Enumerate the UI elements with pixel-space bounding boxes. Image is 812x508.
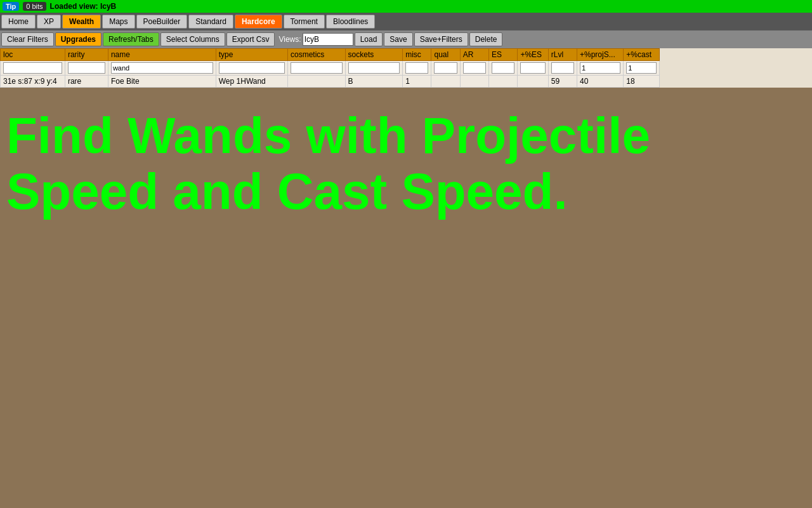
nav-bloodlines[interactable]: Bloodlines [326, 15, 375, 29]
column-headers: loc rarity name type cosmetics sockets m… [1, 49, 660, 61]
filter-sockets-cell [345, 61, 403, 76]
filter-ar-cell [460, 61, 488, 76]
col-ar: AR [460, 49, 488, 61]
cell-type: Wep 1HWand [216, 76, 287, 88]
filter-qual-cell [431, 61, 460, 76]
col-cosmetics: cosmetics [288, 49, 346, 61]
nav-standard[interactable]: Standard [188, 15, 233, 29]
cell-sockets: B [345, 76, 403, 88]
delete-button[interactable]: Delete [469, 32, 503, 46]
save-filters-button[interactable]: Save+Filters [414, 32, 468, 46]
cell-misc: 1 [403, 76, 431, 88]
cell-qual [431, 76, 460, 88]
refresh-tabs-button[interactable]: Refresh/Tabs [103, 32, 159, 46]
filter-type[interactable] [219, 62, 285, 74]
filter-rarity[interactable] [68, 62, 105, 74]
filter-loc[interactable] [3, 62, 62, 74]
filter-ar[interactable] [463, 62, 486, 74]
filter-pct-cast-cell [624, 61, 660, 76]
col-loc: loc [1, 49, 65, 61]
cell-ar [460, 76, 488, 88]
select-columns-button[interactable]: Select Columns [160, 32, 225, 46]
col-sockets: sockets [345, 49, 403, 61]
filter-qual[interactable] [434, 62, 457, 74]
toolbar: Clear Filters Upgrades Refresh/Tabs Sele… [0, 30, 812, 48]
col-pct-es: +%ES [518, 49, 548, 61]
filter-es-cell [489, 61, 518, 76]
overlay-text: Find Wands with Projectile Speed and Cas… [0, 102, 812, 226]
tip-badge: Tip [3, 2, 19, 11]
filter-type-cell [216, 61, 287, 76]
cell-rlvl: 59 [548, 76, 577, 88]
col-rarity: rarity [65, 49, 108, 61]
filter-rarity-cell [65, 61, 108, 76]
filter-loc-cell [1, 61, 65, 76]
filter-sockets[interactable] [348, 62, 400, 74]
cell-rarity: rare [65, 76, 108, 88]
filter-pct-projs-cell [577, 61, 624, 76]
bits-badge: 0 bits [23, 2, 46, 11]
upgrades-button[interactable]: Upgrades [55, 32, 102, 46]
filter-name[interactable] [111, 62, 213, 74]
cell-es [489, 76, 518, 88]
filter-misc-cell [403, 61, 431, 76]
filter-pct-es[interactable] [520, 62, 545, 74]
nav-poebuilder[interactable]: PoeBuilder [136, 15, 188, 29]
clear-filters-button[interactable]: Clear Filters [1, 32, 54, 46]
main-table: loc rarity name type cosmetics sockets m… [0, 48, 660, 88]
status-bar: Tip 0 bits Loaded view: IcyB [0, 0, 812, 13]
nav-bar: Home XP Wealth Maps PoeBuilder Standard … [0, 13, 812, 30]
views-label: Views: [278, 35, 301, 44]
table-row[interactable]: 31e s:87 x:9 y:4 rare Foe Bite Wep 1HWan… [1, 76, 660, 88]
filter-name-cell [108, 61, 216, 76]
views-input[interactable] [303, 33, 353, 46]
cell-cosmetics [288, 76, 346, 88]
table-container: loc rarity name type cosmetics sockets m… [0, 48, 812, 88]
nav-home[interactable]: Home [1, 15, 36, 29]
filter-pct-es-cell [518, 61, 548, 76]
nav-wealth[interactable]: Wealth [62, 15, 101, 29]
filter-misc[interactable] [405, 62, 428, 74]
nav-xp[interactable]: XP [37, 15, 61, 29]
col-misc: misc [403, 49, 431, 61]
cell-pct-projs: 40 [577, 76, 624, 88]
cell-pct-es [518, 76, 548, 88]
cell-name: Foe Bite [108, 76, 216, 88]
nav-maps[interactable]: Maps [102, 15, 134, 29]
loaded-view-text: Loaded view: IcyB [50, 2, 117, 11]
filter-cosmetics[interactable] [291, 62, 343, 74]
filter-cosmetics-cell [288, 61, 346, 76]
col-qual: qual [431, 49, 460, 61]
filter-es[interactable] [492, 62, 514, 74]
col-type: type [216, 49, 287, 61]
load-button[interactable]: Load [355, 32, 383, 46]
filter-rlvl-cell [548, 61, 577, 76]
col-rlvl: rLvl [548, 49, 577, 61]
cell-loc: 31e s:87 x:9 y:4 [1, 76, 65, 88]
nav-hardcore[interactable]: Hardcore [235, 15, 282, 29]
export-csv-button[interactable]: Export Csv [226, 32, 275, 46]
col-pct-projs: +%projS... [577, 49, 624, 61]
nav-torment[interactable]: Torment [284, 15, 325, 29]
save-button[interactable]: Save [384, 32, 412, 46]
filter-row [1, 61, 660, 76]
col-name: name [108, 49, 216, 61]
filter-rlvl[interactable] [551, 62, 574, 74]
col-es: ES [489, 49, 518, 61]
col-pct-cast: +%cast [624, 49, 660, 61]
filter-pct-projs[interactable] [580, 62, 620, 74]
cell-pct-cast: 18 [624, 76, 660, 88]
filter-pct-cast[interactable] [626, 62, 657, 74]
